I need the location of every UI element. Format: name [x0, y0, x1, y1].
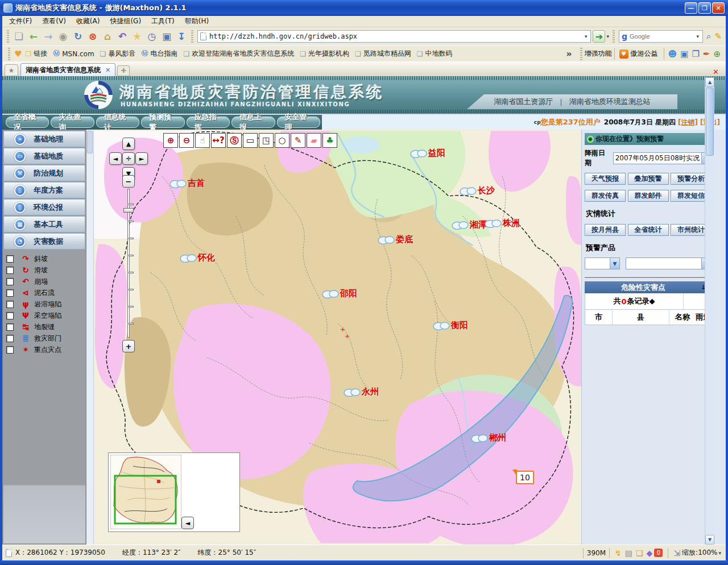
stats-button[interactable]: 全省统计 — [628, 224, 669, 236]
sidebar-section-button[interactable]: ▦ 基本工具 — [3, 216, 85, 232]
bookmark-item[interactable]: ❒ 链接 — [23, 48, 51, 60]
tab-close-icon[interactable]: ✕ — [105, 67, 110, 74]
layer-checkbox[interactable] — [6, 323, 14, 331]
sidebar-scrollbar[interactable] — [86, 130, 94, 545]
menu-item[interactable]: 帮助(H) — [181, 15, 216, 27]
toolbar-grip[interactable] — [8, 48, 10, 60]
chevron-down-icon[interactable]: ▼ — [610, 258, 619, 269]
toolbar-button-icon[interactable]: ❏ — [12, 30, 26, 43]
menu-item[interactable]: 查看(V) — [39, 15, 73, 27]
product-select-1[interactable]: ▼ — [585, 257, 620, 269]
sidebar-section-button[interactable]: ▯ 年度方案 — [3, 182, 85, 198]
popup-blocked-count[interactable]: 0 — [654, 549, 663, 557]
toolbar-button-icon[interactable]: ↻ — [71, 30, 85, 43]
rain-date-select[interactable]: 2007年05月05日08时实况 ▼ — [613, 152, 712, 164]
header-link-land-bureau[interactable]: 湖南省国土资源厅 — [487, 97, 560, 107]
city-marker[interactable]: 郴州 — [471, 433, 506, 443]
map-tool-button[interactable]: Ⓢ — [227, 133, 242, 148]
sidebar-section-button[interactable]: ⚒ 防治规划 — [3, 165, 85, 181]
nav-tab[interactable]: 预测预警 — [141, 117, 184, 128]
favorites-heart-icon[interactable]: ♥ — [14, 49, 22, 59]
menu-item[interactable]: 收藏(A) — [73, 15, 107, 27]
product-select-2[interactable]: ▼ — [626, 257, 712, 269]
send-button[interactable]: 群发传真 — [585, 190, 626, 202]
pan-left-button[interactable]: ◄ — [109, 152, 122, 165]
layer-checkbox[interactable] — [6, 255, 14, 263]
highlighter-icon[interactable]: ✎ — [714, 31, 722, 41]
toolbar-button-icon[interactable]: ✭ — [130, 30, 144, 43]
map-tool-button[interactable]: ○ — [275, 133, 289, 148]
bookmark-item[interactable]: Ⓜ MSN.com — [51, 48, 98, 60]
pan-right-button[interactable]: ► — [135, 152, 148, 165]
sidebar-section-button[interactable]: ◔ 灾害数据 — [3, 233, 85, 250]
nav-tab[interactable]: 信息统计 — [96, 117, 139, 128]
search-dropdown-icon[interactable]: ▾ — [695, 34, 700, 39]
scroll-thumb[interactable] — [706, 88, 714, 156]
map-tool-button[interactable]: ▭ — [243, 133, 258, 148]
bookmark-item[interactable]: ❏ 中地数码 — [415, 48, 457, 60]
go-dropdown-icon[interactable]: ▾ — [605, 34, 610, 39]
plugins-button[interactable]: 增强功能 — [585, 49, 612, 59]
layer-checkbox[interactable] — [6, 278, 14, 285]
warn-button[interactable]: 天气预报 — [585, 173, 626, 185]
go-button[interactable]: ➔ — [593, 30, 605, 43]
layer-checkbox[interactable] — [6, 267, 14, 274]
address-bar[interactable]: ▾ — [197, 30, 591, 43]
maxthon-tool-icon[interactable]: ☻ — [668, 49, 677, 59]
toolbar-grip[interactable] — [191, 30, 193, 43]
address-dropdown-icon[interactable]: ▾ — [584, 34, 589, 39]
zoom-dropdown-icon[interactable]: ▾ — [717, 550, 722, 556]
snap-icon[interactable]: ❏ — [636, 549, 643, 558]
city-marker[interactable]: 株洲 — [485, 218, 520, 229]
bookmark-item[interactable]: ❏ 光年摄影机构 — [298, 48, 353, 60]
toolbar-button-icon[interactable]: ⊗ — [86, 30, 100, 43]
toolbar-button-icon[interactable]: ↧ — [175, 30, 188, 43]
printer-icon[interactable]: ▤ — [625, 549, 632, 558]
toolbar-button-icon[interactable]: ◉ — [56, 30, 70, 43]
search-engine-icon[interactable]: g — [622, 32, 627, 41]
bookmark-item[interactable]: ❏ 觅路城市精品网 — [353, 48, 415, 60]
city-marker[interactable]: 湘潭 — [452, 219, 487, 230]
tab-active[interactable]: 湖南省地质灾害信息系统 ✕ — [20, 63, 115, 76]
toolbar-button-icon[interactable]: ↶ — [115, 30, 129, 43]
map-tool-button[interactable]: ♣ — [322, 133, 337, 148]
map-tool-button[interactable]: ✎ — [291, 133, 305, 148]
toolbar-grip[interactable] — [613, 30, 615, 43]
city-marker[interactable]: 怀化 — [180, 252, 215, 263]
map-tool-button[interactable]: ⊕ — [163, 133, 178, 148]
scroll-down-icon[interactable]: ▼ — [705, 535, 714, 545]
restore-button[interactable]: ❐ — [698, 2, 711, 14]
toolbar-button-icon[interactable]: → — [42, 30, 55, 43]
zoom-in-button[interactable]: + — [122, 340, 135, 352]
scroll-up-icon[interactable]: ▲ — [705, 77, 714, 87]
tab-list-star-icon[interactable]: ★ — [5, 64, 18, 76]
maxthon-charity-icon[interactable]: ♥ — [619, 49, 628, 59]
city-marker[interactable]: 长沙 — [460, 185, 495, 196]
layer-checkbox[interactable] — [6, 335, 14, 342]
city-marker[interactable]: 益阳 — [410, 148, 445, 159]
menu-item[interactable]: 文件(F) — [6, 15, 39, 27]
city-marker[interactable]: 衡阳 — [433, 320, 468, 331]
rainfall-flag-marker[interactable]: 10 — [512, 470, 534, 487]
maxthon-tool-icon[interactable]: ✒ — [703, 49, 710, 59]
maxthon-tool-icon[interactable]: ❐ — [692, 49, 699, 59]
bookmark-item[interactable]: Ⓜ 电台指南 — [139, 48, 181, 60]
search-icon[interactable]: ⌕ — [706, 31, 711, 41]
layer-checkbox[interactable] — [6, 289, 14, 297]
address-input[interactable] — [209, 32, 584, 40]
warn-button[interactable]: 叠加预警 — [628, 173, 669, 185]
logout-link[interactable]: [注销] — [678, 118, 698, 127]
map-tool-button[interactable]: ◳ — [259, 133, 274, 148]
bookmark-item[interactable]: ❏ 欢迎登陆湖南省地质灾害信息系统 — [181, 48, 298, 60]
minimize-button[interactable]: — — [685, 2, 697, 14]
boost-icon[interactable]: ↯ — [615, 549, 622, 558]
search-input[interactable] — [630, 33, 695, 40]
sidebar-section-button[interactable]: ▯ 环境公报 — [3, 199, 85, 215]
map-tool-button[interactable]: ⊖ — [179, 133, 194, 148]
map-tool-button[interactable]: ☝ — [195, 133, 210, 148]
sidebar-section-button[interactable]: » 基础地理 — [3, 131, 85, 147]
toolbar-grip[interactable] — [7, 30, 9, 43]
layer-checkbox[interactable] — [6, 312, 14, 319]
city-marker[interactable]: 永州 — [344, 387, 379, 397]
menu-item[interactable]: 工具(T) — [148, 15, 181, 27]
